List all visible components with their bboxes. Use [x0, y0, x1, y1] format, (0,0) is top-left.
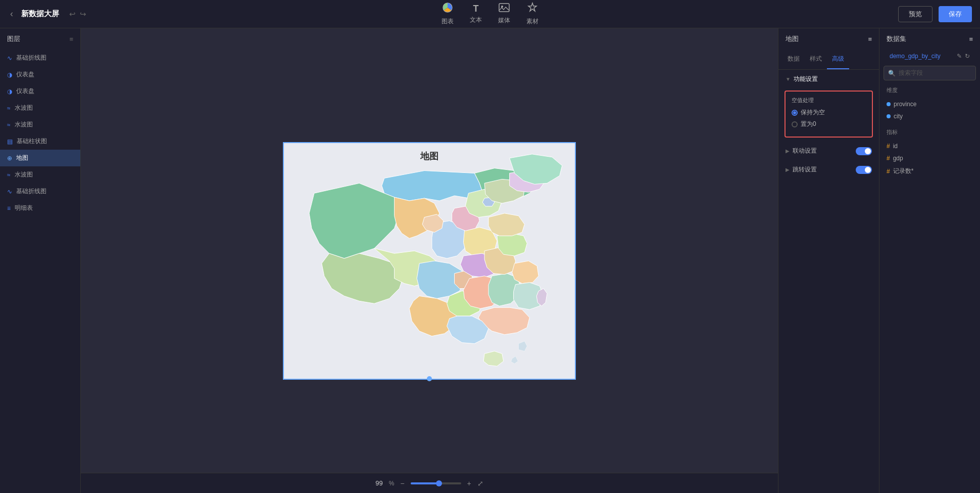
map-panel-title: 地图 — [786, 34, 799, 43]
layer-label: 仪表盘 — [16, 70, 34, 79]
zoom-in-button[interactable]: + — [467, 479, 471, 487]
dim-item-province: province — [879, 98, 980, 110]
metric-item-id: # id — [879, 140, 980, 152]
metric-label-count: 记录数* — [893, 167, 914, 175]
map-panel-header: 地图 ≡ — [778, 28, 879, 50]
radio-keep-empty-circle[interactable] — [792, 110, 798, 116]
radio-set-zero-circle[interactable] — [792, 121, 798, 127]
redo-button[interactable]: ↪ — [80, 10, 86, 19]
layer-item-bar[interactable]: ▤ 基础柱状图 — [0, 133, 80, 150]
jump-settings-toggle[interactable] — [856, 166, 872, 174]
layer-wave-icon: ≈ — [7, 105, 11, 112]
function-settings-chevron: ▼ — [786, 76, 791, 82]
map-tabs: 数据 样式 高级 — [778, 50, 879, 70]
tab-advanced[interactable]: 高级 — [827, 50, 849, 69]
layer-item-line1[interactable]: ∿ 基础折线图 — [0, 50, 80, 66]
link-settings-section[interactable]: ▶ 联动设置 — [786, 147, 856, 155]
bottom-bar: 99 % − + ⤢ — [81, 473, 778, 493]
save-button[interactable]: 保存 — [939, 6, 972, 22]
search-icon: 🔍 — [888, 70, 896, 77]
map-panel-menu-icon[interactable]: ≡ — [868, 35, 872, 43]
back-button[interactable]: ‹ — [8, 7, 15, 21]
search-field[interactable]: 🔍 搜索字段 — [884, 66, 976, 80]
layers-header: 图层 ≡ — [0, 28, 80, 50]
tab-data[interactable]: 数据 — [782, 50, 805, 69]
zoom-value: 99 — [375, 479, 382, 487]
undo-button[interactable]: ↩ — [69, 10, 76, 19]
layer-gauge2-icon: ◑ — [7, 88, 12, 95]
layer-item-map[interactable]: ⊕ 地图 — [0, 150, 80, 166]
material-icon — [527, 2, 538, 16]
layer-wave2-icon: ≈ — [7, 121, 11, 128]
radio-set-zero[interactable]: 置为0 — [792, 120, 866, 128]
radio-keep-empty-label: 保持为空 — [801, 108, 825, 117]
canvas-content[interactable]: 地图 — [283, 142, 576, 380]
jump-settings-chevron: ▶ — [786, 167, 790, 172]
function-settings-section[interactable]: ▼ 功能设置 — [778, 70, 879, 88]
text-icon: T — [473, 4, 479, 14]
zoom-pct: % — [389, 480, 395, 487]
layer-label: 水波图 — [15, 170, 33, 179]
layer-item-line2[interactable]: ∿ 基础折线图 — [0, 183, 80, 200]
data-panel-menu-icon[interactable]: ≡ — [969, 35, 973, 43]
undo-redo-group: ↩ ↪ — [69, 10, 86, 19]
metric-item-count: # 记录数* — [879, 164, 980, 178]
metric-hash-id: # — [887, 143, 890, 150]
toolbar-text-label: 文本 — [470, 16, 482, 24]
radio-keep-empty[interactable]: 保持为空 — [792, 108, 866, 117]
layer-item-wave3[interactable]: ≈ 水波图 — [0, 166, 80, 183]
layer-label: 明细表 — [15, 204, 33, 212]
dataset-selector[interactable]: demo_gdp_by_city ✎ ↻ — [884, 50, 976, 63]
china-map[interactable] — [284, 143, 575, 379]
fullscreen-button[interactable]: ⤢ — [477, 479, 483, 487]
zoom-slider-track[interactable] — [411, 482, 461, 484]
toolbar-chart-label: 图表 — [442, 17, 454, 26]
toolbar-material[interactable]: 素材 — [526, 2, 538, 26]
dim-dot-province — [887, 102, 891, 106]
layer-item-wave1[interactable]: ≈ 水波图 — [0, 100, 80, 116]
zoom-out-button[interactable]: − — [400, 479, 404, 487]
resize-handle-bottom[interactable] — [427, 376, 432, 381]
radio-set-zero-label: 置为0 — [801, 120, 816, 128]
toolbar-media-label: 媒体 — [498, 16, 510, 25]
zoom-slider-fill — [411, 482, 438, 484]
top-bar-left: ‹ 新数据大屏 ↩ ↪ — [8, 7, 86, 21]
media-icon — [499, 3, 510, 15]
main-layout: 图层 ≡ ∿ 基础折线图 ◑ 仪表盘 ◑ 仪表盘 ≈ 水波图 ≈ 水波图 ▤ 基… — [0, 28, 980, 493]
metric-section-label: 指标 — [879, 126, 980, 138]
layer-table-icon: ≡ — [7, 205, 11, 212]
toolbar-center: 图表 T 文本 媒体 素材 — [442, 2, 538, 26]
layer-item-gauge2[interactable]: ◑ 仪表盘 — [0, 83, 80, 100]
metric-hash-gdp: # — [887, 155, 890, 162]
layers-panel: 图层 ≡ ∿ 基础折线图 ◑ 仪表盘 ◑ 仪表盘 ≈ 水波图 ≈ 水波图 ▤ 基… — [0, 28, 81, 493]
link-settings-row: ▶ 联动设置 — [778, 142, 879, 160]
metric-item-gdp: # gdp — [879, 152, 980, 164]
layer-item-wave2[interactable]: ≈ 水波图 — [0, 116, 80, 133]
layer-label: 基础柱状图 — [17, 137, 47, 146]
dim-item-city: city — [879, 110, 980, 122]
preview-button[interactable]: 预览 — [898, 6, 933, 22]
toolbar-chart[interactable]: 图表 — [442, 2, 454, 26]
toolbar-text[interactable]: T 文本 — [470, 4, 482, 24]
layer-map-icon: ⊕ — [7, 155, 12, 162]
function-settings-label: 功能设置 — [794, 75, 818, 83]
dataset-name: demo_gdp_by_city — [890, 53, 954, 60]
toolbar-media[interactable]: 媒体 — [498, 3, 510, 25]
jump-settings-section[interactable]: ▶ 跳转设置 — [786, 165, 856, 174]
layer-wave3-icon: ≈ — [7, 171, 11, 178]
zoom-slider-thumb[interactable] — [436, 480, 442, 486]
link-settings-toggle[interactable] — [856, 147, 872, 155]
canvas-area[interactable]: 地图 — [81, 28, 778, 493]
layer-item-gauge1[interactable]: ◑ 仪表盘 — [0, 66, 80, 83]
edit-dataset-icon[interactable]: ✎ — [957, 53, 962, 60]
layer-item-table[interactable]: ≡ 明细表 — [0, 200, 80, 216]
layer-bar-icon: ▤ — [7, 138, 13, 145]
refresh-dataset-icon[interactable]: ↻ — [965, 53, 970, 60]
layers-title: 图层 — [7, 34, 20, 43]
link-settings-chevron: ▶ — [786, 148, 790, 154]
dataset-icons: ✎ ↻ — [957, 53, 970, 60]
data-panel-header: 数据集 ≡ — [879, 28, 980, 50]
tab-style[interactable]: 样式 — [805, 50, 827, 69]
layers-menu-icon[interactable]: ≡ — [69, 35, 73, 43]
data-panel: 数据集 ≡ demo_gdp_by_city ✎ ↻ 🔍 搜索字段 维度 pro… — [879, 28, 980, 493]
